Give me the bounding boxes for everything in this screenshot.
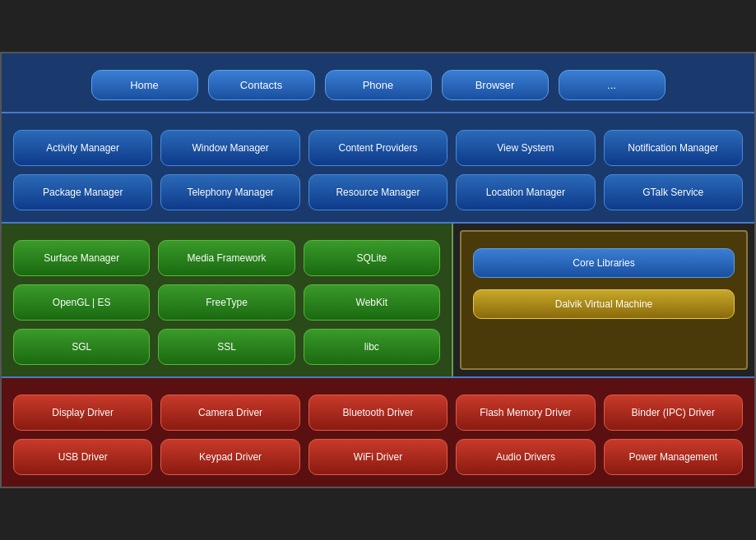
library-button[interactable]: SQLite <box>304 240 440 276</box>
libraries-section: Surface ManagerMedia FrameworkSQLiteOpen… <box>2 224 453 376</box>
android-architecture-diagram: HomeContactsPhoneBrowser... Activity Man… <box>0 52 756 488</box>
kernel-button[interactable]: WiFi Driver <box>308 439 448 475</box>
framework-button[interactable]: Package Manager <box>13 174 152 210</box>
framework-button[interactable]: Content Providers <box>308 130 448 166</box>
library-button[interactable]: Surface Manager <box>13 240 150 276</box>
library-button[interactable]: FreeType <box>158 284 295 321</box>
library-button[interactable]: Media Framework <box>158 240 295 276</box>
framework-button[interactable]: GTalk Service <box>604 174 743 210</box>
framework-button[interactable]: Notification Manager <box>604 130 743 166</box>
library-button[interactable]: OpenGL | ES <box>13 284 150 321</box>
library-button[interactable]: WebKit <box>304 284 440 321</box>
kernel-button[interactable]: Display Driver <box>13 395 152 431</box>
applications-buttons: HomeContactsPhoneBrowser... <box>13 70 743 100</box>
kernel-grid: Display DriverCamera DriverBluetooth Dri… <box>13 395 743 475</box>
kernel-button[interactable]: Power Management <box>604 439 743 475</box>
framework-grid: Activity ManagerWindow ManagerContent Pr… <box>13 130 743 210</box>
kernel-button[interactable]: USB Driver <box>13 439 152 475</box>
android-runtime-section: Core Libraries Dalvik Virtual Machine <box>460 230 748 370</box>
runtime-grid: Core Libraries Dalvik Virtual Machine <box>473 248 735 319</box>
framework-button[interactable]: View System <box>456 130 595 166</box>
kernel-button[interactable]: Binder (IPC) Driver <box>604 395 743 431</box>
framework-button[interactable]: Location Manager <box>456 174 595 210</box>
kernel-button[interactable]: Camera Driver <box>160 395 299 431</box>
framework-button[interactable]: Telephony Manager <box>160 174 299 210</box>
kernel-button[interactable]: Bluetooth Driver <box>308 395 448 431</box>
kernel-section: Display DriverCamera DriverBluetooth Dri… <box>2 378 754 487</box>
applications-section: HomeContactsPhoneBrowser... <box>2 53 754 113</box>
app-button[interactable]: Phone <box>325 70 432 100</box>
kernel-button[interactable]: Keypad Driver <box>160 439 299 475</box>
framework-button[interactable]: Activity Manager <box>13 130 152 166</box>
app-button[interactable]: Home <box>91 70 198 100</box>
core-libraries-button[interactable]: Core Libraries <box>473 248 735 278</box>
libraries-grid: Surface ManagerMedia FrameworkSQLiteOpen… <box>13 240 440 365</box>
framework-button[interactable]: Resource Manager <box>308 174 448 210</box>
library-button[interactable]: SSL <box>158 329 295 365</box>
framework-button[interactable]: Window Manager <box>160 130 299 166</box>
app-button[interactable]: Contacts <box>208 70 315 100</box>
middle-section: Surface ManagerMedia FrameworkSQLiteOpen… <box>2 224 754 378</box>
kernel-button[interactable]: Audio Drivers <box>456 439 595 475</box>
library-button[interactable]: libc <box>304 329 440 365</box>
framework-section: Activity ManagerWindow ManagerContent Pr… <box>2 113 754 224</box>
library-button[interactable]: SGL <box>13 329 150 365</box>
app-button[interactable]: ... <box>559 70 666 100</box>
kernel-button[interactable]: Flash Memory Driver <box>456 395 595 431</box>
dalvik-vm-button[interactable]: Dalvik Virtual Machine <box>473 289 735 319</box>
app-button[interactable]: Browser <box>442 70 549 100</box>
